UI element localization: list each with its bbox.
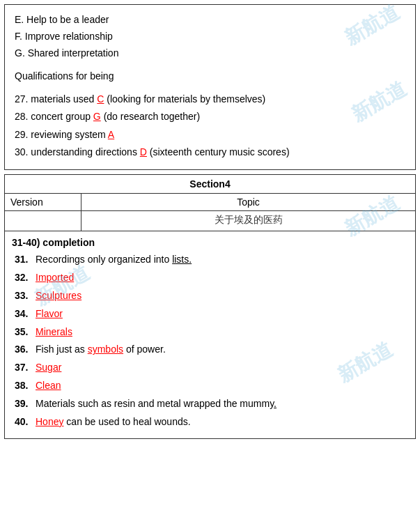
item-28-num: 28. concert group	[15, 111, 93, 122]
list-item-28: 28. concert group G (do research togethe…	[15, 108, 405, 125]
num-35: 35.	[15, 323, 36, 341]
completion-list: 31. Recordings only organized into lists…	[12, 251, 408, 431]
list-item-29: 29. reviewing system A	[15, 126, 405, 144]
list-item-30: 30. understanding directions D (sixteent…	[15, 144, 405, 161]
item-33-link: Sculptures	[36, 287, 81, 305]
qualifications-label: Qualifications for being	[15, 68, 405, 85]
item-30-num: 30. understanding directions	[15, 146, 140, 157]
item-34: 34. Flavor	[12, 305, 408, 323]
item-28-after: (do research together)	[101, 111, 200, 122]
col-version: Version	[5, 194, 81, 210]
item-27-num: 27. materials used	[15, 93, 97, 105]
item-39: 39. Materials such as resin and metal wr…	[12, 395, 408, 413]
item-33: 33. Sculptures	[12, 287, 408, 305]
item-36-text: Fish just as symbols of power.	[36, 341, 166, 359]
num-39: 39.	[15, 395, 36, 413]
item-32-link: Imported	[36, 269, 74, 287]
col-topic: Topic	[81, 194, 415, 210]
num-32: 32.	[15, 269, 36, 287]
section4-header: Section4	[5, 175, 415, 194]
item-29-num: 29. reviewing system	[15, 129, 108, 140]
item-40: 40. Honey can be used to heal wounds.	[12, 413, 408, 431]
data-topic: 关于埃及的医药	[81, 211, 415, 231]
item-34-link: Flavor	[36, 305, 63, 323]
item-36: 36. Fish just as symbols of power.	[12, 341, 408, 359]
item-38-link: Clean	[36, 377, 61, 395]
item-35-link: Minerals	[36, 323, 72, 341]
item-30-link: D	[140, 146, 147, 157]
table-header-row: Version Topic	[5, 194, 415, 211]
bottom-section: 新航道 新航道 新航道 Section4 Version Topic 关于埃及的…	[4, 174, 416, 439]
item-27-after: (looking for materials by themselves)	[104, 93, 265, 105]
item-30-after: (sixteenth century music scores)	[147, 146, 290, 157]
item-40-link: Honey	[36, 416, 63, 427]
item-31-text: Recordings only organized into lists.	[36, 251, 192, 269]
list-item-27: 27. materials used C (looking for materi…	[15, 91, 405, 108]
item-28-link: G	[93, 111, 101, 122]
num-40: 40.	[15, 413, 36, 431]
item-39-underline: .	[274, 398, 277, 409]
top-section: 新航道 新航道 E. Help to be a leader F. Improv…	[4, 4, 416, 170]
item-35: 35. Minerals	[12, 323, 408, 341]
item-36-link: symbols	[88, 344, 123, 355]
num-36: 36.	[15, 341, 36, 359]
item-38: 38. Clean	[12, 377, 408, 395]
item-29-link: A	[108, 129, 114, 140]
num-38: 38.	[15, 377, 36, 395]
line-g: G. Shared interpretation	[15, 45, 405, 62]
table-data-row: 关于埃及的医药	[5, 211, 415, 231]
item-37: 37. Sugar	[12, 359, 408, 377]
item-31: 31. Recordings only organized into lists…	[12, 251, 408, 269]
item-27-link: C	[97, 93, 104, 105]
section4-title: Section4	[189, 178, 230, 190]
data-version	[5, 211, 81, 231]
item-32: 32. Imported	[12, 269, 408, 287]
item-31-link: lists.	[172, 254, 192, 265]
num-31: 31.	[15, 251, 36, 269]
item-40-text: Honey can be used to heal wounds.	[36, 413, 191, 431]
line-f: F. Improve relationship	[15, 29, 405, 45]
num-37: 37.	[15, 359, 36, 377]
num-33: 33.	[15, 287, 36, 305]
item-39-text: Materials such as resin and metal wrappe…	[36, 395, 277, 413]
line-e: E. Help to be a leader	[15, 12, 405, 29]
completion-title: 31-40) completion	[12, 237, 408, 248]
item-37-link: Sugar	[36, 359, 61, 377]
num-34: 34.	[15, 305, 36, 323]
numbered-list: 27. materials used C (looking for materi…	[15, 91, 405, 161]
completion-section: 31-40) completion 31. Recordings only or…	[5, 231, 415, 438]
